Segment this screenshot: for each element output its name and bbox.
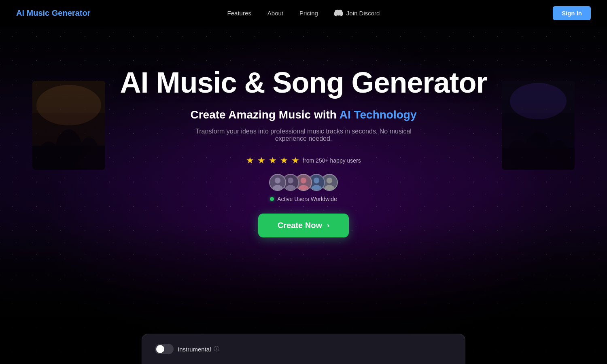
star-1: ★ [246, 155, 254, 166]
svg-point-22 [327, 178, 332, 183]
star-5: ★ [291, 155, 299, 166]
bottom-card: Instrumental ⓘ [142, 334, 465, 364]
instrumental-toggle-wrapper: Instrumental ⓘ [155, 344, 219, 354]
navbar: AI Music Generator Features About Pricin… [0, 0, 607, 26]
avatar-group [269, 174, 338, 191]
discord-icon [334, 8, 343, 17]
star-2: ★ [257, 155, 265, 166]
hero-title: AI Music & Song Generator [120, 67, 487, 99]
active-users-text: Active Users Worldwide [277, 196, 337, 202]
svg-point-19 [298, 185, 308, 190]
nav-logo[interactable]: AI Music Generator [16, 8, 90, 18]
create-now-label: Create Now [278, 221, 322, 230]
svg-point-21 [311, 185, 321, 190]
hero-subtitle-prefix: Create Amazing Music with [190, 108, 339, 121]
star-3: ★ [269, 155, 277, 166]
create-now-button[interactable]: Create Now › [258, 214, 349, 237]
hero-section: AI Music & Song Generator Create Amazing… [0, 26, 607, 237]
active-users-row: Active Users Worldwide [270, 196, 337, 202]
instrumental-label: Instrumental ⓘ [178, 345, 219, 353]
svg-point-20 [314, 178, 319, 183]
svg-point-17 [285, 185, 295, 190]
nav-discord-link[interactable]: Join Discord [334, 8, 380, 17]
nav-link-features[interactable]: Features [227, 10, 251, 17]
instrumental-text: Instrumental [178, 346, 211, 353]
nav-link-about[interactable]: About [267, 10, 283, 17]
active-dot [270, 197, 274, 201]
svg-point-23 [324, 185, 334, 190]
info-icon: ⓘ [214, 345, 219, 353]
hero-subtitle-highlight: AI Technology [340, 108, 417, 121]
svg-point-15 [272, 185, 282, 190]
stars-row: ★ ★ ★ ★ ★ from 250+ happy users [246, 155, 361, 166]
svg-point-18 [301, 178, 306, 183]
discord-label: Join Discord [346, 10, 380, 17]
avatar-1 [269, 174, 286, 191]
chevron-right-icon: › [327, 221, 329, 230]
instrumental-toggle[interactable] [155, 344, 174, 354]
svg-point-14 [275, 178, 280, 183]
toggle-thumb [156, 345, 164, 353]
stars-text: from 250+ happy users [303, 157, 361, 164]
hero-subtitle: Create Amazing Music with AI Technology [190, 108, 416, 121]
nav-link-pricing[interactable]: Pricing [299, 10, 318, 17]
bottom-card-row: Instrumental ⓘ [155, 344, 452, 354]
nav-links: Features About Pricing Join Discord [227, 8, 380, 17]
signin-button[interactable]: Sign In [553, 6, 591, 20]
svg-point-16 [288, 178, 293, 183]
star-4: ★ [280, 155, 288, 166]
hero-description: Transform your ideas into professional m… [182, 128, 425, 142]
